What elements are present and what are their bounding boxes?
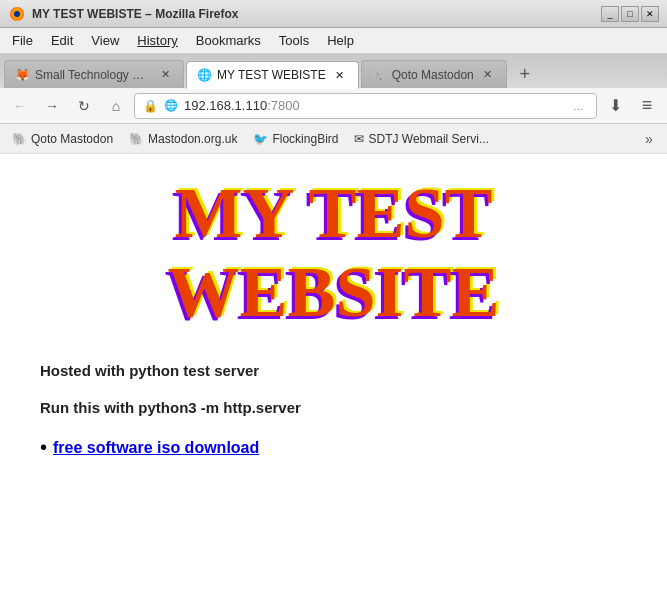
bookmarks-overflow-button[interactable]: » xyxy=(637,127,661,151)
close-button[interactable]: ✕ xyxy=(641,6,659,22)
hosted-text: Hosted with python test server xyxy=(40,362,637,379)
firefox-icon xyxy=(8,5,26,23)
link-item: • free software iso download xyxy=(40,436,637,459)
address-port: :7800 xyxy=(267,98,300,113)
bookmark-flockingbird[interactable]: 🐦 FlockingBird xyxy=(247,130,344,148)
menu-view[interactable]: View xyxy=(83,31,127,50)
heading-line1: MY TEST xyxy=(30,174,637,253)
free-software-link[interactable]: free software iso download xyxy=(53,439,259,457)
titlebar-left: MY TEST WEBISTE – Mozilla Firefox xyxy=(8,5,238,23)
tabbar: 🦊 Small Technology Foun... ✕ 🌐 MY TEST W… xyxy=(0,54,667,88)
tab-close-my-test[interactable]: ✕ xyxy=(332,67,348,83)
address-bar[interactable]: 🔒 🌐 192.168.1.110:7800 … xyxy=(134,93,597,119)
hamburger-menu-button[interactable]: ≡ xyxy=(633,92,661,120)
bullet-icon: • xyxy=(40,436,47,459)
address-more-button[interactable]: … xyxy=(569,98,588,114)
tab-label-my-test: MY TEST WEBISTE xyxy=(217,68,326,82)
page-content: MY TEST WEBSITE Hosted with python test … xyxy=(0,154,667,604)
bookmark-label-flockingbird: FlockingBird xyxy=(272,132,338,146)
tab-label-small-tech: Small Technology Foun... xyxy=(35,68,151,82)
home-button[interactable]: ⌂ xyxy=(102,92,130,120)
menu-file[interactable]: File xyxy=(4,31,41,50)
page-icon: 🌐 xyxy=(164,99,178,112)
tab-qoto[interactable]: 🐘 Qoto Mastodon ✕ xyxy=(361,60,507,88)
titlebar-controls: _ □ ✕ xyxy=(601,6,659,22)
bookmark-label-sdtj: SDTJ Webmail Servi... xyxy=(368,132,488,146)
tab-icon-small-tech: 🦊 xyxy=(15,68,29,82)
menu-history[interactable]: History xyxy=(129,31,185,50)
bookmark-label-mastodon: Mastodon.org.uk xyxy=(148,132,237,146)
bookmark-mastodon[interactable]: 🐘 Mastodon.org.uk xyxy=(123,130,243,148)
tab-close-qoto[interactable]: ✕ xyxy=(480,67,496,83)
tab-label-qoto: Qoto Mastodon xyxy=(392,68,474,82)
titlebar: MY TEST WEBISTE – Mozilla Firefox _ □ ✕ xyxy=(0,0,667,28)
bookmark-icon-qoto: 🐘 xyxy=(12,132,27,146)
bookmark-sdtj[interactable]: ✉ SDTJ Webmail Servi... xyxy=(348,130,494,148)
tab-my-test[interactable]: 🌐 MY TEST WEBISTE ✕ xyxy=(186,61,359,89)
run-text: Run this with python3 -m http.server xyxy=(40,399,637,416)
tab-close-small-tech[interactable]: ✕ xyxy=(157,67,173,83)
minimize-button[interactable]: _ xyxy=(601,6,619,22)
address-host: 192.168.1.110 xyxy=(184,98,267,113)
svg-point-1 xyxy=(14,11,20,17)
bookmark-label-qoto: Qoto Mastodon xyxy=(31,132,113,146)
menu-bookmarks[interactable]: Bookmarks xyxy=(188,31,269,50)
menubar: File Edit View History Bookmarks Tools H… xyxy=(0,28,667,54)
download-button[interactable]: ⬇ xyxy=(601,92,629,120)
address-text: 192.168.1.110:7800 xyxy=(184,98,563,113)
lock-icon: 🔒 xyxy=(143,99,158,113)
back-button[interactable]: ← xyxy=(6,92,34,120)
heading-line2: WEBSITE xyxy=(30,253,637,332)
tab-icon-my-test: 🌐 xyxy=(197,68,211,82)
tab-small-tech[interactable]: 🦊 Small Technology Foun... ✕ xyxy=(4,60,184,88)
bookmark-icon-mastodon: 🐘 xyxy=(129,132,144,146)
menu-edit[interactable]: Edit xyxy=(43,31,81,50)
new-tab-button[interactable]: + xyxy=(511,60,539,88)
forward-button[interactable]: → xyxy=(38,92,66,120)
menu-tools[interactable]: Tools xyxy=(271,31,317,50)
bookmark-icon-sdtj: ✉ xyxy=(354,132,364,146)
bookmarks-bar: 🐘 Qoto Mastodon 🐘 Mastodon.org.uk 🐦 Floc… xyxy=(0,124,667,154)
bookmark-icon-flockingbird: 🐦 xyxy=(253,132,268,146)
bookmark-qoto[interactable]: 🐘 Qoto Mastodon xyxy=(6,130,119,148)
titlebar-title: MY TEST WEBISTE – Mozilla Firefox xyxy=(32,7,238,21)
reload-button[interactable]: ↻ xyxy=(70,92,98,120)
menu-help[interactable]: Help xyxy=(319,31,362,50)
tab-icon-qoto: 🐘 xyxy=(372,68,386,82)
maximize-button[interactable]: □ xyxy=(621,6,639,22)
hosted-text-bold: Hosted with python test server xyxy=(40,362,259,379)
page-heading: MY TEST WEBSITE xyxy=(30,174,637,332)
run-text-bold: Run this with python3 -m http.server xyxy=(40,399,301,416)
navbar: ← → ↻ ⌂ 🔒 🌐 192.168.1.110:7800 … ⬇ ≡ xyxy=(0,88,667,124)
